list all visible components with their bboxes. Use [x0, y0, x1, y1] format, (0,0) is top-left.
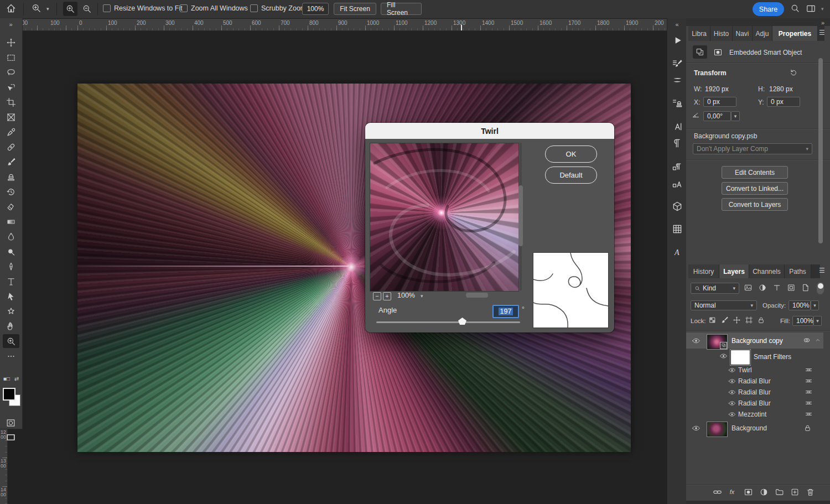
move-tool[interactable] [0, 35, 22, 50]
lock-move-icon[interactable] [733, 316, 741, 324]
layer-row-radial-blur[interactable]: Radial Blur [686, 398, 823, 409]
filter-blend-options-icon[interactable] [805, 410, 813, 418]
fit-screen-button[interactable]: Fit Screen [334, 3, 376, 15]
layer-row-background-copy[interactable]: Background copy [686, 332, 823, 349]
image-filter-icon[interactable] [744, 283, 753, 292]
checkbox-zoom-all-windows[interactable]: Zoom All Windows [180, 4, 248, 12]
pen-tool[interactable] [0, 259, 22, 274]
checkbox-scrubby-zoom[interactable]: Scrubby Zoom [250, 4, 306, 12]
checkbox-box[interactable] [250, 4, 258, 12]
healing-brush-tool[interactable] [0, 139, 22, 154]
workspace-icon[interactable] [806, 3, 816, 14]
layer-filter-kind-dropdown[interactable]: Kind ▾ [691, 283, 739, 294]
convert-to-linked-button[interactable]: Convert to Linked... [722, 182, 788, 195]
visibility-eye-icon[interactable] [728, 366, 736, 374]
visibility-eye-icon[interactable] [719, 352, 728, 360]
rectangular-marquee-tool[interactable] [0, 50, 22, 65]
screen-mode-icon[interactable] [6, 432, 16, 443]
preview-vertical-scrollbar[interactable] [518, 185, 523, 246]
eyedropper-tool[interactable] [0, 124, 22, 139]
filter-blend-options-icon[interactable] [805, 377, 813, 385]
adjustment-icon[interactable] [759, 487, 769, 497]
fx-icon[interactable]: fx [728, 487, 738, 497]
rotation-dropdown[interactable]: ▾ [731, 111, 740, 121]
top-ruler[interactable]: 0010001002003004005006007008009001000110… [22, 18, 667, 31]
angle-slider-thumb[interactable] [458, 318, 466, 325]
zoom-in-button[interactable] [63, 2, 77, 16]
fill-input[interactable]: 100% [792, 316, 813, 326]
collapse-chevron-icon[interactable] [815, 337, 821, 344]
dialog-title[interactable]: Twirl [365, 123, 614, 139]
x-input[interactable]: 0 px [703, 97, 736, 107]
ok-button[interactable]: OK [545, 146, 597, 163]
layers-panel-menu-icon[interactable]: ☰ [819, 267, 825, 274]
lock-lock-icon[interactable] [757, 316, 765, 324]
layer-row-mezzotint[interactable]: Mezzotint [686, 409, 823, 420]
dock-collapse-icon[interactable]: « [667, 19, 687, 29]
twirl-preview[interactable] [370, 143, 519, 292]
character-styles-panel-icon[interactable] [667, 175, 687, 192]
layer-row-twirl[interactable]: Twirl [686, 365, 823, 376]
properties-panel-menu-icon[interactable]: ☰ [819, 29, 825, 37]
layer-row-radial-blur[interactable]: Radial Blur [686, 387, 823, 398]
brushes-panel-icon[interactable] [667, 72, 687, 89]
object-selection-tool[interactable] [0, 80, 22, 95]
layer-row-radial-blur[interactable]: Radial Blur [686, 376, 823, 387]
workspace-chevron[interactable]: ▾ [821, 6, 824, 12]
rotation-input[interactable]: 0,00° [703, 111, 731, 121]
fill-screen-button[interactable]: Fill Screen [381, 3, 422, 15]
crop-tool[interactable] [0, 95, 22, 110]
preview-zoom-chevron[interactable]: ▾ [421, 293, 423, 299]
tab-navi[interactable]: Navi [733, 26, 753, 41]
paragraph-panel-icon[interactable] [667, 135, 687, 152]
path-selection-tool[interactable] [0, 289, 22, 304]
layer-comp-dropdown[interactable]: Don't Apply Layer Comp ▾ [693, 143, 812, 154]
blend-mode-dropdown[interactable]: Normal ▾ [691, 300, 757, 310]
tab-channels[interactable]: Channels [749, 264, 785, 278]
custom-shape-tool[interactable] [0, 304, 22, 319]
tab-paths[interactable]: Paths [785, 264, 811, 278]
checkbox-resize-windows-to-fit[interactable]: Resize Windows to Fit [103, 4, 183, 12]
smart-filters-thumbnail[interactable] [730, 350, 750, 365]
quick-mask-icon[interactable] [6, 418, 16, 428]
new-layer-icon[interactable] [790, 487, 800, 497]
clone-source-panel-icon[interactable] [667, 95, 687, 112]
visibility-eye-icon[interactable] [692, 424, 701, 433]
convert-to-layers-button[interactable]: Convert to Layers [722, 198, 788, 211]
filter-effects-icon[interactable] [802, 336, 811, 345]
layer-thumbnail[interactable] [707, 422, 727, 437]
default-button[interactable]: Default [545, 167, 597, 184]
adjustment-filter-icon[interactable] [758, 283, 767, 292]
clone-stamp-tool[interactable] [0, 169, 22, 184]
lock-brush-icon[interactable] [720, 316, 729, 324]
filter-blend-options-icon[interactable] [805, 399, 813, 407]
toolbar-collapse-icon[interactable]: » [0, 18, 22, 30]
brush-settings-panel-icon[interactable] [667, 55, 687, 72]
brush-tool[interactable] [0, 154, 22, 169]
mask-properties-icon[interactable] [710, 45, 725, 59]
trash-icon[interactable] [806, 487, 815, 497]
layer-thumbnail[interactable] [707, 335, 727, 349]
visibility-eye-icon[interactable] [728, 377, 736, 385]
home-icon[interactable] [6, 3, 17, 14]
angle-input[interactable]: 197 [492, 305, 519, 318]
glyphs-panel-icon[interactable]: A [667, 244, 687, 261]
search-icon[interactable] [790, 3, 800, 13]
smart-object-properties-icon[interactable] [693, 45, 707, 59]
hand-tool[interactable] [0, 319, 22, 334]
checkbox-box[interactable] [180, 4, 188, 12]
dodge-tool[interactable] [0, 244, 22, 259]
3d-panel-icon[interactable] [667, 198, 687, 215]
properties-scrollbar[interactable] [818, 58, 823, 243]
link-icon[interactable] [713, 487, 722, 497]
angle-slider-track[interactable] [376, 321, 520, 323]
panels-collapse-icon[interactable]: » [821, 19, 824, 26]
mask-icon[interactable] [744, 487, 753, 497]
visibility-eye-icon[interactable] [728, 411, 736, 418]
tool-dropdown-chevron[interactable]: ▾ [46, 6, 49, 12]
tab-histo[interactable]: Histo [710, 26, 733, 41]
frame-filter-filter-icon[interactable] [787, 283, 796, 292]
smart-object-page-filter-icon[interactable] [801, 283, 810, 292]
gradient-tool[interactable] [0, 214, 22, 229]
y-input[interactable]: 0 px [767, 97, 800, 107]
